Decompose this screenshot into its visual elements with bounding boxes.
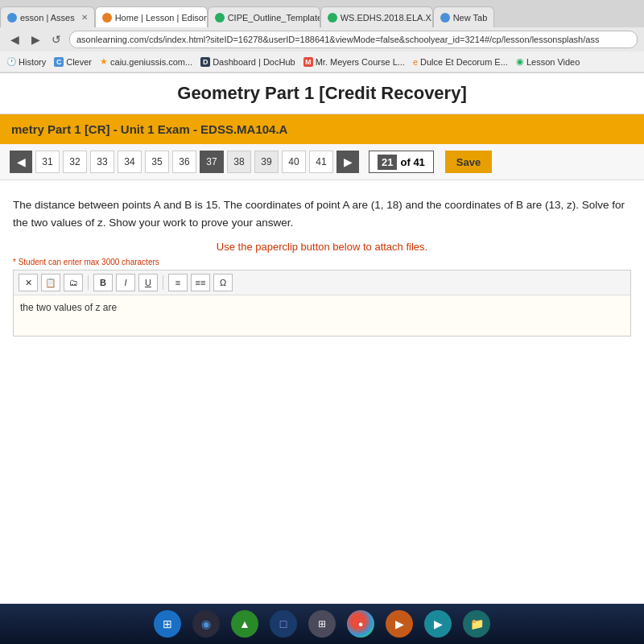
browser-chrome: esson | Asses ✕ Home | Lesson | Edison ✕… <box>0 0 644 73</box>
caiu-icon: ★ <box>100 56 108 67</box>
cut-button[interactable]: ✕ <box>19 274 38 291</box>
bookmark-caiu[interactable]: ★ caiu.geniussis.com... <box>100 56 192 67</box>
address-input[interactable] <box>69 31 638 48</box>
forward-button[interactable]: ▶ <box>27 31 43 47</box>
reload-button[interactable]: ↺ <box>48 31 64 47</box>
lesson-video-icon: ◉ <box>516 56 524 67</box>
tab-home-lesson[interactable]: Home | Lesson | Edison ✕ <box>95 6 208 27</box>
tab-cipe[interactable]: CIPE_Outline_Template ✕ <box>208 6 320 27</box>
page-content: Geometry Part 1 [Credit Recovery] metry … <box>0 73 644 605</box>
underline-button[interactable]: U <box>138 274 158 291</box>
page-33-button[interactable]: 33 <box>90 151 114 173</box>
page-40-button[interactable]: 40 <box>282 151 306 173</box>
page-41-button[interactable]: 41 <box>309 151 333 173</box>
prev-page-button[interactable]: ◀ <box>10 151 32 173</box>
taskbar-folder-icon[interactable]: □ <box>270 610 297 638</box>
dulce-icon: e <box>413 57 418 67</box>
tab-new[interactable]: New Tab <box>433 6 495 27</box>
separator-2 <box>163 275 163 290</box>
bookmark-clever[interactable]: C Clever <box>54 57 92 67</box>
bookmark-meyers[interactable]: M Mr. Meyers Course L... <box>303 57 405 67</box>
italic-button[interactable]: I <box>116 274 135 291</box>
pagination-nav: ◀ 31 32 33 34 35 36 37 38 39 40 41 ▶ 21 … <box>0 144 644 180</box>
bookmark-history[interactable]: 🕐 History <box>6 57 46 67</box>
taskbar-chrome-icon[interactable]: ● <box>347 610 374 638</box>
tab-ws-edhs[interactable]: WS.EDHS.2018.ELA.X.T ✕ <box>320 6 433 27</box>
attachment-notice: Use the paperclip button below to attach… <box>13 241 631 253</box>
taskbar-music-icon[interactable]: ▶ <box>386 610 413 638</box>
page-37-button[interactable]: 37 <box>200 151 224 173</box>
list-button[interactable]: ≡ <box>168 274 188 291</box>
address-bar-row: ◀ ▶ ↺ <box>0 27 644 52</box>
tab-bar: esson | Asses ✕ Home | Lesson | Edison ✕… <box>0 0 644 27</box>
dochub-icon: D <box>200 57 210 67</box>
meyers-icon: M <box>303 57 313 67</box>
page-title: Geometry Part 1 [Credit Recovery] <box>0 73 644 114</box>
question-area: The distance between points A and B is 1… <box>0 180 644 353</box>
bookmark-dochub[interactable]: D Dashboard | DocHub <box>200 57 295 67</box>
separator-1 <box>88 275 89 290</box>
page-34-button[interactable]: 34 <box>118 151 142 173</box>
ordered-list-button[interactable]: ≡≡ <box>191 274 210 291</box>
page-39-button[interactable]: 39 <box>254 151 279 173</box>
taskbar-play-icon[interactable]: ▶ <box>424 610 452 638</box>
taskbar-media-icon[interactable]: ◉ <box>192 610 220 638</box>
save-button[interactable]: Save <box>445 151 492 173</box>
editor-content[interactable]: the two values of z are <box>14 295 630 336</box>
orange-bar: metry Part 1 [CR] - Unit 1 Exam - EDSS.M… <box>0 114 644 144</box>
char-limit-notice: * Student can enter max 3000 characters <box>13 258 631 266</box>
page-counter: 21 of 41 <box>369 151 434 173</box>
taskbar-chat-icon[interactable]: 📁 <box>463 610 490 638</box>
tab-lesson-assess[interactable]: esson | Asses ✕ <box>0 6 95 27</box>
bold-button[interactable]: B <box>93 274 113 291</box>
clever-icon: C <box>54 57 64 67</box>
paste-button[interactable]: 🗂 <box>64 274 83 291</box>
taskbar-files-icon[interactable]: ▲ <box>231 610 258 638</box>
copy-button[interactable]: 📋 <box>41 274 60 291</box>
taskbar-apps2-icon[interactable]: ⊞ <box>308 610 336 638</box>
tab-close-icon[interactable]: ✕ <box>81 13 88 22</box>
next-page-button[interactable]: ▶ <box>336 151 359 173</box>
question-text: The distance between points A and B is 1… <box>13 196 631 231</box>
bookmarks-bar: 🕐 History C Clever ★ caiu.geniussis.com.… <box>0 52 644 72</box>
bookmark-dulce[interactable]: e Dulce Et Decorum E... <box>413 57 508 67</box>
page-38-button[interactable]: 38 <box>227 151 251 173</box>
back-button[interactable]: ◀ <box>6 31 23 47</box>
taskbar-apps-icon[interactable]: ⊞ <box>154 610 181 638</box>
page-32-button[interactable]: 32 <box>63 151 87 173</box>
page-36-button[interactable]: 36 <box>172 151 196 173</box>
history-icon: 🕐 <box>6 57 16 66</box>
taskbar: ⊞ ◉ ▲ □ ⊞ ● ▶ ▶ 📁 <box>0 604 644 644</box>
page-31-button[interactable]: 31 <box>35 151 60 173</box>
text-editor: ✕ 📋 🗂 B I U ≡ ≡≡ Ω the two values of z a… <box>13 270 631 336</box>
omega-button[interactable]: Ω <box>213 274 233 291</box>
page-35-button[interactable]: 35 <box>145 151 169 173</box>
bookmark-lesson-video[interactable]: ◉ Lesson Video <box>516 56 580 67</box>
editor-toolbar: ✕ 📋 🗂 B I U ≡ ≡≡ Ω <box>14 270 630 295</box>
